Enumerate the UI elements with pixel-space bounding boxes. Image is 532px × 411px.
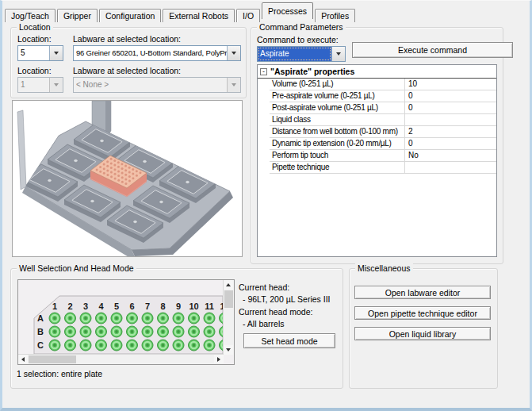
- well-B4[interactable]: [96, 326, 107, 337]
- column-header-6[interactable]: 6: [129, 302, 134, 311]
- row-header-B[interactable]: B: [37, 327, 44, 336]
- scroll-up-button[interactable]: [224, 280, 233, 290]
- well-A10[interactable]: [189, 313, 200, 324]
- vertical-scroll-thumb[interactable]: [224, 290, 233, 308]
- well-B2[interactable]: [65, 326, 76, 337]
- column-header-5[interactable]: 5: [114, 302, 119, 311]
- open-pipette-technique-editor-button[interactable]: Open pipette technique editor: [354, 306, 491, 320]
- well-C11[interactable]: [204, 340, 215, 351]
- well-B10[interactable]: [189, 326, 200, 337]
- deck-3d-view[interactable]: [12, 100, 243, 257]
- execute-command-button[interactable]: Execute command: [352, 42, 513, 58]
- well-C10[interactable]: [189, 340, 200, 351]
- command-select-value[interactable]: Aspirate: [258, 47, 331, 61]
- well-B9[interactable]: [173, 326, 184, 337]
- horizontal-scroll-thumb[interactable]: [29, 355, 76, 363]
- property-row[interactable]: Pipette technique: [270, 162, 496, 174]
- labware-select-1[interactable]: 96 Greiner 650201, U-Bottom Standard, Po…: [73, 45, 241, 61]
- dropdown-arrow-icon[interactable]: [227, 46, 240, 60]
- well-A3[interactable]: [80, 313, 91, 324]
- property-row[interactable]: Volume (0-251 µL)10: [270, 79, 496, 90]
- open-labware-editor-button[interactable]: Open labware editor: [354, 286, 491, 299]
- well-B11[interactable]: [204, 326, 215, 337]
- well-A2[interactable]: [65, 313, 76, 324]
- well-plate-widget[interactable]: 123456789101112ABC: [17, 279, 235, 365]
- well-C1[interactable]: [49, 340, 60, 351]
- property-row[interactable]: Post-aspirate volume (0-251 µL)0: [270, 102, 496, 114]
- well-A8[interactable]: [158, 313, 169, 324]
- property-value[interactable]: 0: [405, 138, 496, 149]
- property-value[interactable]: [405, 114, 496, 125]
- column-header-2[interactable]: 2: [67, 302, 72, 311]
- property-row[interactable]: Liquid class: [270, 114, 496, 126]
- property-name[interactable]: Distance from well bottom (0-100 mm): [270, 126, 405, 137]
- tab-processes[interactable]: Processes: [262, 2, 313, 19]
- property-name[interactable]: Volume (0-251 µL): [270, 79, 405, 90]
- location-select-1[interactable]: 5: [17, 45, 63, 61]
- tab-i-o[interactable]: I/O: [236, 9, 260, 22]
- row-header-A[interactable]: A: [37, 313, 44, 323]
- column-header-1[interactable]: 1: [52, 302, 57, 311]
- column-header-10[interactable]: 10: [189, 302, 198, 311]
- property-name[interactable]: Perform tip touch: [270, 150, 405, 161]
- scroll-left-button[interactable]: [18, 355, 28, 363]
- well-C4[interactable]: [96, 340, 107, 351]
- set-head-mode-button[interactable]: Set head mode: [243, 333, 335, 348]
- column-header-9[interactable]: 9: [176, 302, 181, 311]
- well-plate-area[interactable]: 123456789101112ABC: [18, 280, 224, 355]
- well-A7[interactable]: [142, 313, 153, 324]
- well-A11[interactable]: [204, 313, 215, 324]
- well-B1[interactable]: [49, 326, 60, 337]
- row-header-C[interactable]: C: [37, 340, 44, 350]
- well-A6[interactable]: [127, 313, 138, 324]
- dropdown-arrow-icon[interactable]: [49, 46, 63, 60]
- well-C6[interactable]: [127, 340, 138, 351]
- property-value[interactable]: No: [405, 150, 496, 161]
- well-C8[interactable]: [158, 340, 169, 351]
- property-row[interactable]: Dynamic tip extension (0-20 mm/µL)0: [270, 138, 496, 150]
- column-header-4[interactable]: 4: [98, 302, 104, 311]
- plate-vertical-scrollbar[interactable]: [223, 280, 234, 355]
- property-name[interactable]: Pipette technique: [270, 162, 405, 173]
- well-B8[interactable]: [158, 326, 169, 337]
- collapse-expander-icon[interactable]: -: [260, 68, 267, 75]
- well-A1[interactable]: [49, 313, 60, 324]
- scroll-right-button[interactable]: [214, 355, 224, 363]
- well-C2[interactable]: [65, 340, 76, 351]
- property-value[interactable]: 2: [405, 126, 496, 137]
- open-liquid-library-button[interactable]: Open liquid library: [354, 327, 491, 340]
- well-C7[interactable]: [142, 340, 153, 351]
- plate-horizontal-scrollbar[interactable]: [18, 354, 224, 364]
- well-C5[interactable]: [111, 340, 122, 351]
- column-header-11[interactable]: 11: [205, 302, 214, 311]
- dropdown-arrow-icon[interactable]: [331, 47, 345, 61]
- tab-jog-teach[interactable]: Jog/Teach: [5, 9, 55, 22]
- property-row[interactable]: Perform tip touchNo: [270, 150, 496, 162]
- well-B6[interactable]: [127, 326, 138, 337]
- property-grid-header[interactable]: - "Aspirate" properties: [258, 65, 496, 79]
- property-name[interactable]: Post-aspirate volume (0-251 µL): [270, 102, 405, 113]
- tab-configuration[interactable]: Configuration: [99, 9, 161, 22]
- property-name[interactable]: Liquid class: [270, 114, 405, 125]
- well-B3[interactable]: [80, 326, 91, 337]
- column-header-8[interactable]: 8: [160, 302, 165, 311]
- column-header-3[interactable]: 3: [83, 302, 88, 311]
- well-B7[interactable]: [142, 326, 153, 337]
- property-value[interactable]: 10: [405, 79, 496, 90]
- tab-profiles[interactable]: Profiles: [315, 9, 355, 22]
- well-A4[interactable]: [96, 313, 107, 324]
- property-name[interactable]: Dynamic tip extension (0-20 mm/µL): [270, 138, 405, 149]
- tab-external-robots[interactable]: External Robots: [163, 9, 235, 22]
- well-B5[interactable]: [111, 326, 122, 337]
- tab-gripper[interactable]: Gripper: [57, 9, 98, 22]
- property-row[interactable]: Pre-aspirate volume (0-251 µL)0: [270, 90, 496, 102]
- property-row[interactable]: Distance from well bottom (0-100 mm)2: [270, 126, 496, 138]
- labware-select-1-value[interactable]: 96 Greiner 650201, U-Bottom Standard, Po…: [74, 46, 227, 60]
- property-value[interactable]: [405, 162, 496, 173]
- well-C3[interactable]: [80, 340, 91, 351]
- column-header-7[interactable]: 7: [145, 302, 150, 311]
- property-value[interactable]: 0: [405, 90, 496, 102]
- property-name[interactable]: Pre-aspirate volume (0-251 µL): [270, 90, 405, 102]
- scroll-down-button[interactable]: [224, 345, 233, 355]
- well-A9[interactable]: [173, 313, 184, 324]
